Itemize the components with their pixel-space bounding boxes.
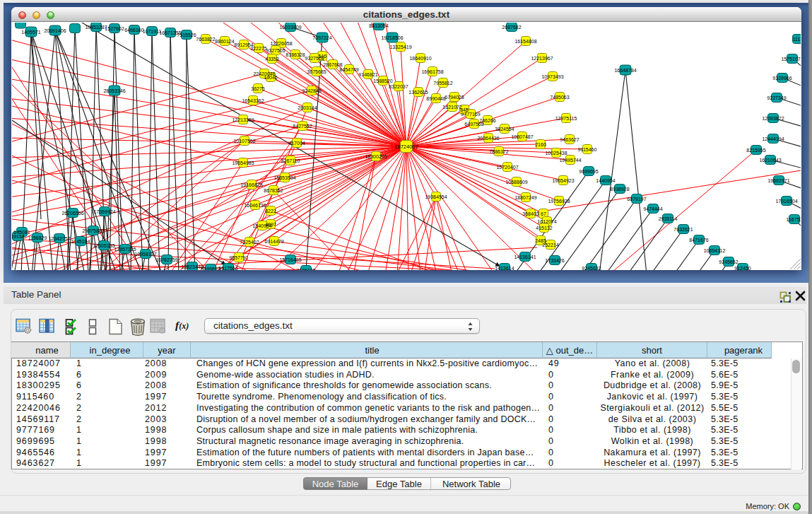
svg-text:20691406: 20691406 [44, 28, 66, 33]
svg-text:10958187: 10958187 [134, 252, 156, 257]
svg-text:15716485: 15716485 [279, 257, 301, 262]
svg-text:7625402: 7625402 [240, 240, 259, 245]
svg-text:9329966: 9329966 [772, 76, 792, 81]
svg-text:19756928: 19756928 [548, 199, 570, 204]
svg-text:9227349: 9227349 [767, 95, 786, 100]
svg-text:8860124: 8860124 [215, 39, 234, 44]
svg-text:415132: 415132 [536, 226, 552, 230]
svg-text:417004: 417004 [288, 141, 305, 146]
svg-text:6497568: 6497568 [464, 122, 483, 127]
svg-text:6466160: 6466160 [124, 28, 143, 33]
svg-text:10025438: 10025438 [545, 151, 567, 156]
svg-text:13325419: 13325419 [389, 45, 411, 49]
svg-text:8678352: 8678352 [264, 188, 283, 193]
svg-text:1588520: 1588520 [373, 78, 392, 83]
svg-text:912450: 912450 [734, 266, 751, 271]
svg-text:2803144: 2803144 [298, 105, 317, 110]
svg-text:10807487: 10807487 [511, 134, 533, 139]
svg-text:9245632: 9245632 [582, 266, 601, 271]
svg-text:1145194: 1145194 [71, 239, 90, 244]
svg-text:16033809: 16033809 [279, 25, 301, 30]
svg-text:12213967: 12213967 [531, 56, 553, 61]
svg-text:12823448: 12823448 [181, 264, 203, 269]
svg-text:19384554: 19384554 [425, 194, 447, 199]
svg-text:20364436: 20364436 [477, 136, 499, 141]
svg-text:36275: 36275 [251, 86, 265, 91]
svg-text:1156829: 1156829 [28, 235, 47, 240]
svg-text:9115460: 9115460 [578, 147, 597, 152]
svg-text:1362615: 1362615 [408, 90, 428, 95]
svg-text:8990448: 8990448 [426, 96, 445, 101]
svg-text:17016504: 17016504 [775, 199, 797, 204]
svg-text:7886372: 7886372 [489, 149, 508, 154]
svg-text:10688609: 10688609 [505, 180, 527, 185]
svg-text:3824554: 3824554 [495, 127, 514, 132]
svg-text:8813054: 8813054 [369, 23, 388, 28]
svg-text:8938928: 8938928 [610, 187, 629, 192]
svg-text:9146821: 9146821 [358, 72, 377, 77]
svg-text:14136141: 14136141 [514, 255, 536, 259]
svg-text:8427552: 8427552 [293, 124, 312, 129]
svg-text:6879197: 6879197 [627, 197, 646, 201]
svg-text:19218506: 19218506 [381, 35, 403, 40]
svg-text:7357224: 7357224 [312, 35, 331, 40]
svg-text:12444194: 12444194 [762, 136, 784, 141]
svg-text:10654112: 10654112 [704, 248, 726, 253]
svg-text:8917563: 8917563 [218, 266, 237, 271]
svg-text:1117: 1117 [793, 37, 801, 42]
svg-text:17359924: 17359924 [93, 209, 115, 214]
svg-text:19692971: 19692971 [767, 178, 789, 183]
svg-text:9327505: 9327505 [266, 48, 285, 53]
svg-text:12342757: 12342757 [48, 236, 70, 241]
svg-text:2687682: 2687682 [502, 25, 521, 30]
svg-text:9245652: 9245652 [719, 259, 738, 264]
svg-text:9777169: 9777169 [461, 112, 480, 117]
svg-text:16543362: 16543362 [242, 98, 264, 103]
svg-text:1405571: 1405571 [21, 30, 40, 35]
svg-text:8471676: 8471676 [689, 238, 708, 243]
svg-text:9327508: 9327508 [305, 56, 324, 61]
svg-text:8454749: 8454749 [339, 67, 358, 72]
svg-text:15720407: 15720407 [496, 165, 518, 170]
svg-text:10853287: 10853287 [85, 25, 107, 30]
svg-text:16154808: 16154808 [514, 39, 536, 44]
svg-text:15353594: 15353594 [273, 175, 295, 180]
svg-text:7632621: 7632621 [673, 227, 693, 232]
svg-text:19495744: 19495744 [559, 158, 581, 163]
svg-text:13226058: 13226058 [270, 41, 292, 46]
svg-text:19654923: 19654923 [552, 178, 574, 183]
svg-text:10973493: 10973493 [541, 74, 563, 79]
svg-text:17957225: 17957225 [114, 247, 136, 252]
svg-text:7663822: 7663822 [196, 37, 215, 42]
svg-text:43352: 43352 [265, 57, 279, 62]
svg-text:252214: 252214 [542, 243, 558, 247]
svg-text:9474444: 9474444 [643, 206, 662, 211]
svg-text:16210643: 16210643 [759, 158, 781, 163]
svg-text:12213369: 12213369 [232, 117, 254, 122]
svg-text:19166825: 19166825 [240, 182, 262, 187]
svg-text:9857791: 9857791 [229, 255, 248, 260]
svg-text:22420046: 22420046 [253, 71, 275, 76]
svg-text:116753: 116753 [787, 217, 801, 222]
svg-text:322275: 322275 [250, 46, 266, 51]
svg-text:16961758: 16961758 [421, 69, 443, 74]
svg-text:2160: 2160 [535, 142, 546, 147]
svg-text:1621072: 1621072 [442, 105, 461, 110]
svg-text:368403: 368403 [522, 211, 539, 216]
svg-text:1413614: 1413614 [495, 266, 514, 271]
svg-text:19654985: 19654985 [232, 160, 254, 165]
svg-text:12505135: 12505135 [93, 243, 114, 248]
svg-text:26206556: 26206556 [61, 211, 83, 216]
svg-text:8267110: 8267110 [281, 158, 300, 163]
svg-text:16046736: 16046736 [244, 203, 266, 208]
svg-text:9463627: 9463627 [560, 137, 579, 142]
svg-text:18724007: 18724007 [394, 144, 418, 150]
svg-text:1733426: 1733426 [545, 258, 564, 263]
svg-text:16648784: 16648784 [614, 68, 636, 73]
svg-text:1527602: 1527602 [105, 26, 124, 31]
svg-text:1440954: 1440954 [596, 178, 615, 183]
svg-text:8215955: 8215955 [746, 148, 765, 153]
svg-text:2867608: 2867608 [323, 62, 342, 67]
svg-text:15751074: 15751074 [781, 57, 801, 62]
svg-text:2935114: 2935114 [659, 216, 678, 221]
